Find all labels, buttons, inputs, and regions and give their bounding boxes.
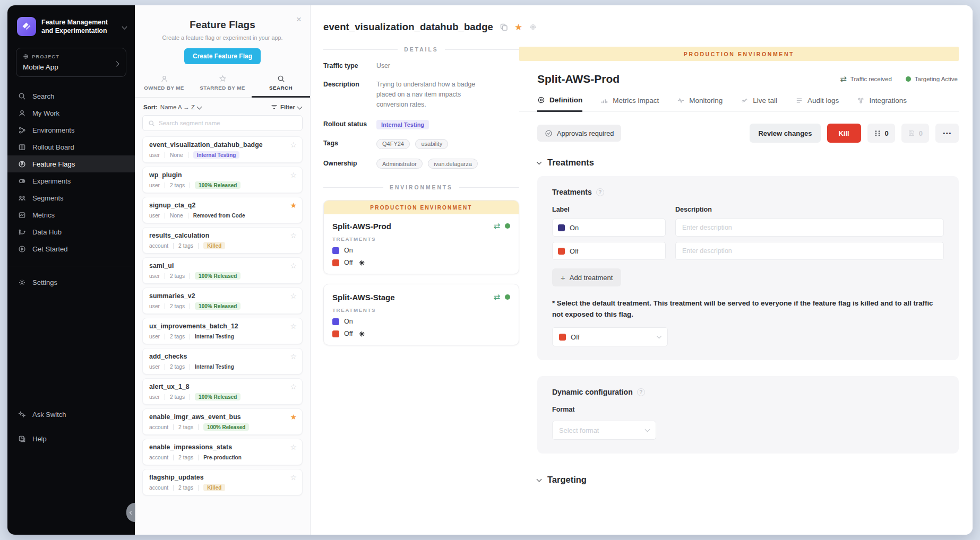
review-changes-button[interactable]: Review changes: [750, 124, 820, 143]
default-treatment-select[interactable]: Off: [552, 327, 668, 346]
flag-card[interactable]: results_calculation account2 tagsKilled: [142, 227, 303, 254]
segments-count-button[interactable]: 0: [867, 124, 895, 143]
tab-integrations[interactable]: Integrations: [857, 96, 907, 111]
treatment-on-description-input[interactable]: [675, 219, 944, 237]
format-select[interactable]: Select format: [552, 421, 656, 440]
star-icon[interactable]: [290, 353, 297, 360]
traffic-type-value: User: [376, 61, 390, 71]
status-badge: Pre-production: [203, 454, 245, 461]
sidebar-item-experiments[interactable]: Experiments: [7, 172, 135, 189]
chevron-down-icon: [537, 159, 542, 164]
environment-card-prod[interactable]: PRODUCTION ENVIRONMENT Split-AWS-Prod ⇄ …: [323, 200, 519, 274]
tab-owned-by-me[interactable]: OWNED BY ME: [135, 73, 193, 97]
kill-button[interactable]: Kill: [827, 124, 861, 143]
flag-card[interactable]: saml_ui user2 tags100% Released: [142, 257, 303, 284]
flag-card[interactable]: summaries_v2 user2 tags100% Released: [142, 288, 303, 314]
star-icon[interactable]: [290, 141, 297, 149]
star-icon: [219, 75, 227, 83]
status-badge: Killed: [203, 242, 225, 249]
more-actions-button[interactable]: ⋯: [935, 124, 959, 143]
star-icon[interactable]: [290, 323, 297, 330]
panel-title: Feature Flags: [135, 19, 310, 31]
environment-card-stage[interactable]: Split-AWS-Stage ⇄ TREATMENTS On Off: [323, 284, 519, 345]
copy-icon[interactable]: [500, 23, 508, 31]
flag-card[interactable]: event_visualization_datahub_badge userNo…: [142, 136, 303, 163]
traffic-arrows-icon: ⇄: [493, 292, 500, 302]
star-icon[interactable]: [290, 292, 297, 300]
tab-starred-by-me[interactable]: STARRED BY ME: [193, 73, 252, 97]
tab-definition[interactable]: Definition: [537, 96, 582, 112]
close-icon[interactable]: ×: [296, 15, 302, 24]
sidebar-item-environments[interactable]: Environments: [7, 121, 135, 138]
brand[interactable]: Feature Management and Experimentation: [7, 5, 135, 41]
gear-icon[interactable]: [529, 23, 537, 31]
star-icon[interactable]: [290, 262, 297, 269]
treatments-section-toggle[interactable]: Treatments: [519, 158, 959, 168]
approvals-required-toggle[interactable]: Approvals required: [537, 125, 621, 142]
sidebar-item-segments[interactable]: Segments: [7, 189, 135, 206]
tab-monitoring[interactable]: Monitoring: [677, 96, 723, 111]
environment-name: Split-AWS-Prod: [537, 73, 826, 85]
chevron-down-icon[interactable]: [122, 24, 127, 29]
production-environment-banner: PRODUCTION ENVIRONMENT: [519, 47, 959, 61]
owner-pill[interactable]: Administrator: [376, 159, 423, 169]
star-icon[interactable]: [290, 232, 297, 239]
info-icon[interactable]: ?: [596, 188, 604, 196]
status-badge: Internal Testing: [195, 363, 238, 370]
panel-subtitle: Create a feature flag or experiment in y…: [135, 34, 310, 41]
tag-pill[interactable]: usability: [415, 139, 448, 149]
tab-live-tail[interactable]: Live tail: [741, 96, 777, 111]
traffic-arrows-icon: ⇄: [840, 74, 847, 84]
list-icon: [795, 97, 803, 104]
sidebar-item-help[interactable]: Help: [7, 426, 135, 451]
sidebar-item-get-started[interactable]: Get Started: [7, 240, 135, 257]
treatment-off-description-input[interactable]: [675, 242, 944, 260]
sidebar-item-metrics[interactable]: Metrics: [7, 206, 135, 223]
tag-pill[interactable]: Q4FY24: [376, 139, 410, 149]
tab-metrics-impact[interactable]: Metrics impact: [600, 96, 659, 111]
star-icon[interactable]: [290, 171, 297, 179]
active-dot-icon: [505, 223, 510, 229]
sidebar-item-data-hub[interactable]: Data Hub: [7, 223, 135, 240]
flag-card[interactable]: wp_plugin user2 tags100% Released: [142, 167, 303, 193]
flag-card[interactable]: ux_improvements_batch_12 user2 tagsInter…: [142, 318, 303, 344]
save-count-button[interactable]: 0: [901, 124, 929, 143]
star-icon[interactable]: [290, 474, 297, 481]
sidebar-item-rollout-board[interactable]: Rollout Board: [7, 138, 135, 155]
flag-card[interactable]: add_checks user2 tagsInternal Testing: [142, 348, 303, 374]
star-icon[interactable]: [290, 202, 297, 209]
create-feature-flag-button[interactable]: Create Feature Flag: [184, 48, 261, 64]
add-treatment-button[interactable]: + Add treatment: [552, 268, 621, 286]
sidebar-item-feature-flags[interactable]: Feature Flags: [7, 155, 135, 172]
flag-card[interactable]: enable_imgr_aws_event_bus account2 tags1…: [142, 408, 303, 435]
flag-card[interactable]: alert_ux_1_8 user2 tags100% Released: [142, 378, 303, 405]
owner-pill[interactable]: ivan.delagarza: [428, 159, 478, 169]
tab-search[interactable]: SEARCH: [252, 73, 310, 98]
chevron-down-icon: [657, 334, 662, 339]
flag-list: event_visualization_datahub_badge userNo…: [135, 136, 310, 495]
flag-card[interactable]: enable_impressions_stats account2 tagsPr…: [142, 439, 303, 465]
treatment-on-input[interactable]: On: [552, 219, 666, 237]
sidebar-item-settings[interactable]: Settings: [7, 274, 135, 291]
info-icon[interactable]: ?: [637, 388, 645, 396]
tab-audit-logs[interactable]: Audit logs: [795, 96, 839, 111]
treatment-off-input[interactable]: Off: [552, 242, 666, 260]
star-icon[interactable]: [290, 383, 297, 390]
status-badge: 100% Released: [195, 181, 240, 189]
sidebar-item-my-work[interactable]: My Work: [7, 104, 135, 121]
flag-card[interactable]: signup_cta_q2 userNoneRemoved from Code: [142, 197, 303, 223]
project-selector[interactable]: PROJECT Mobile App: [16, 48, 126, 77]
star-icon[interactable]: [290, 413, 297, 421]
sort-filter-row: Sort: Name A → Z Filter: [135, 98, 310, 115]
star-icon[interactable]: [290, 443, 297, 451]
sort-control[interactable]: Sort: Name A → Z: [143, 104, 201, 110]
filter-control[interactable]: Filter: [271, 103, 302, 110]
sidebar-item-ask-switch[interactable]: Ask Switch: [7, 402, 135, 426]
star-icon[interactable]: ★: [514, 23, 522, 32]
targeting-section-toggle[interactable]: Targeting: [519, 475, 959, 485]
flag-card[interactable]: flagship_updates account2 tagsKilled: [142, 469, 303, 495]
sidebar-item-search[interactable]: Search: [7, 88, 135, 104]
treatment-on-swatch: [332, 247, 339, 254]
search-input[interactable]: [159, 120, 297, 126]
default-asterisk-icon: [358, 330, 365, 337]
